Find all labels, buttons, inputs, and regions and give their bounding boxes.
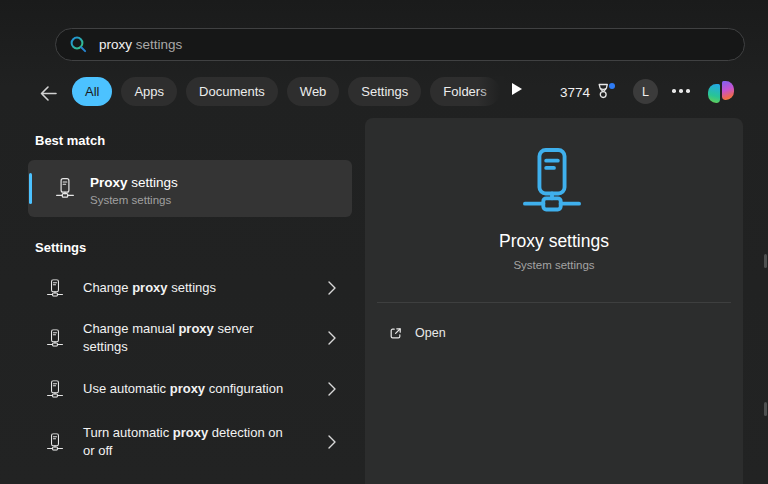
scrollbar-thumb[interactable] (764, 402, 767, 416)
chevron-right-icon (328, 382, 336, 396)
account-avatar[interactable]: L (633, 79, 658, 104)
ellipsis-icon (672, 89, 676, 93)
copilot-icon (708, 84, 720, 103)
filter-chip-folders[interactable]: Folders (430, 77, 499, 106)
avatar-initial: L (642, 85, 649, 99)
external-link-icon (388, 326, 403, 341)
back-button[interactable] (36, 81, 60, 105)
open-action[interactable]: Open (377, 320, 577, 346)
filter-chip-web[interactable]: Web (287, 77, 340, 106)
copilot-button[interactable] (707, 78, 735, 106)
result-use-automatic-proxy-configuration[interactable]: Use automatic proxy configuration (28, 371, 352, 407)
best-match-subtitle: System settings (90, 194, 171, 206)
preview-title: Proxy settings (365, 231, 743, 252)
settings-section-header: Settings (35, 240, 86, 255)
best-match-title: Proxy settings (90, 175, 178, 190)
proxy-server-icon (56, 178, 74, 198)
search-icon (70, 36, 87, 53)
preview-subtitle: System settings (365, 259, 743, 271)
proxy-server-icon (47, 380, 63, 398)
more-filters-button[interactable] (512, 83, 522, 95)
proxy-server-icon (47, 433, 63, 451)
proxy-server-icon (47, 329, 63, 347)
result-label: Change manual proxy server settings (83, 320, 308, 357)
search-suggestion-text: settings (132, 37, 182, 52)
more-options-button[interactable] (672, 89, 690, 93)
best-match-header: Best match (35, 133, 105, 148)
rewards-points[interactable]: 3774 (560, 79, 613, 105)
filter-chip-row: All Apps Documents Web Settings Folders … (72, 77, 502, 107)
result-label: Turn automatic proxy detection on or off (83, 424, 308, 461)
rewards-notification-dot (609, 83, 615, 89)
back-arrow-icon (39, 85, 58, 102)
filter-chip-documents[interactable]: Documents (186, 77, 278, 106)
open-label: Open (415, 326, 446, 340)
selection-accent-bar (29, 173, 32, 204)
result-change-proxy-settings[interactable]: Change proxy settings (28, 270, 352, 306)
proxy-server-icon (47, 279, 63, 297)
filter-chip-settings[interactable]: Settings (348, 77, 421, 106)
proxy-settings-large-icon (523, 148, 581, 212)
best-match-result[interactable]: Proxy settings System settings (28, 160, 352, 217)
chevron-right-icon (328, 331, 336, 345)
search-query-text: proxy (99, 37, 132, 52)
windows-search-flyout: proxy settings All Apps Documents Web Se… (0, 0, 768, 484)
search-input[interactable]: proxy settings (55, 28, 745, 61)
scrollbar-thumb[interactable] (764, 254, 767, 268)
rewards-count: 3774 (560, 85, 590, 100)
result-change-manual-proxy-server[interactable]: Change manual proxy server settings (28, 314, 352, 362)
result-turn-automatic-proxy-detection[interactable]: Turn automatic proxy detection on or off (28, 418, 352, 466)
trophy-icon (596, 83, 613, 102)
chevron-right-icon (328, 281, 336, 295)
filter-chip-all[interactable]: All (72, 77, 112, 106)
chevron-right-icon (328, 435, 336, 449)
filter-chip-apps[interactable]: Apps (121, 77, 177, 106)
result-label: Use automatic proxy configuration (83, 380, 308, 399)
preview-panel: Proxy settings System settings Open (365, 118, 743, 484)
result-label: Change proxy settings (83, 279, 308, 298)
preview-divider (377, 302, 731, 303)
